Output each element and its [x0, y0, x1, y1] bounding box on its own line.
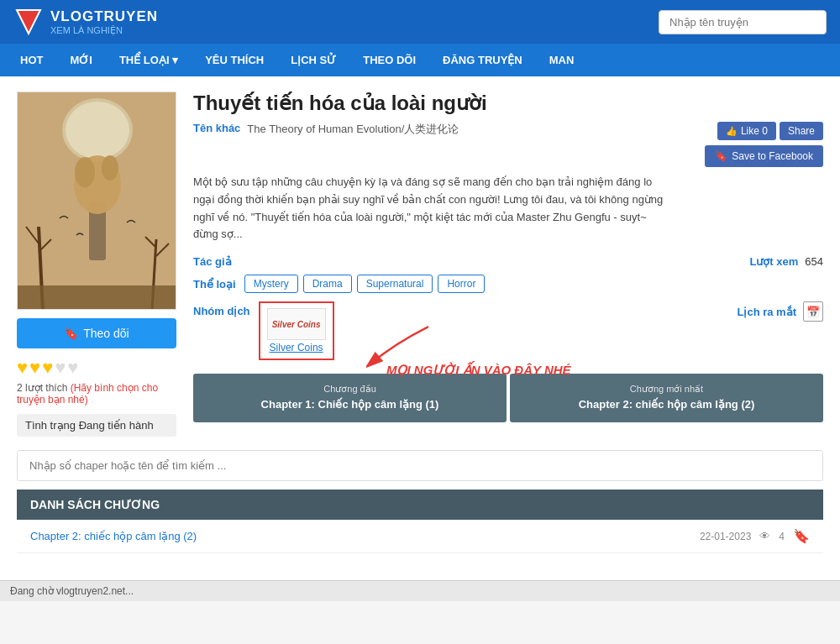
- svg-point-8: [102, 155, 118, 181]
- lich-ra-mat-label: Lịch ra mắt: [737, 306, 796, 318]
- main-content: 🔖 Theo dõi ♥ ♥ ♥ ♥ ♥ 2 lượt thích (Hãy b…: [0, 76, 840, 580]
- book-info: Thuyết tiến hóa của loài người Tên khác …: [193, 92, 823, 437]
- author-views-row: Tác giả Lượt xem 654: [193, 255, 823, 268]
- chapter-buttons: Chương đầu Chapter 1: Chiếc hộp câm lặng…: [193, 374, 823, 422]
- star-4[interactable]: ♥: [55, 357, 66, 379]
- chapter-latest-label: Chương mới nhất: [523, 384, 810, 395]
- fb-like-label: Like 0: [741, 125, 768, 137]
- book-cover: [17, 92, 176, 310]
- star-1[interactable]: ♥: [17, 357, 28, 379]
- views-section: Lượt xem 654: [749, 255, 823, 268]
- alt-name-row: Tên khác The Theory of Human Evolution/人…: [193, 122, 459, 137]
- genre-row: Thể loại MysteryDramaSupernaturalHorror: [193, 275, 823, 293]
- thumbs-up-icon: 👍: [726, 126, 738, 137]
- footer-status: Đang chờ vlogtruyen2.net...: [0, 580, 840, 601]
- star-2[interactable]: ♥: [29, 357, 40, 379]
- nav-item-dangtruyen[interactable]: ĐĂNG TRUYỆN: [429, 44, 536, 76]
- svg-marker-0: [17, 10, 40, 34]
- chapter-search-input[interactable]: [17, 450, 823, 481]
- annotation-text: MỌI NGƯỜI ẤN VÀO ĐÂY NHÉ: [386, 363, 571, 378]
- svg-point-7: [75, 157, 95, 187]
- stars-row: ♥ ♥ ♥ ♥ ♥: [17, 357, 176, 379]
- alt-name-label: Tên khác: [193, 122, 240, 134]
- likes-row: 2 lượt thích (Hãy bình chọn cho truyện b…: [17, 382, 176, 406]
- nav-item-man[interactable]: MAN: [536, 44, 588, 76]
- fb-buttons: 👍 Like 0 Share 🔖 Save to Facebook: [705, 122, 823, 167]
- silver-coins-logo: Silver Coins: [267, 308, 326, 340]
- chapter-list-item: Chapter 2: chiếc hộp câm lặng (2) 22-01-…: [17, 520, 823, 553]
- chapter-list-header: DANH SÁCH CHƯƠNG: [17, 490, 823, 520]
- alt-name-value: The Theory of Human Evolution/人类进化论: [247, 122, 459, 137]
- nav-item-moi[interactable]: MỚI: [56, 44, 105, 76]
- nav-item-hot[interactable]: HOT: [7, 44, 56, 76]
- nhom-dich-label: Nhóm dịch: [193, 301, 250, 317]
- genre-tag[interactable]: Supernatural: [357, 275, 433, 293]
- logo-text-area: VLOGTRUYEN XEM LÀ NGHIỆN: [50, 8, 158, 36]
- calendar-icon: 📅: [803, 301, 823, 322]
- svg-rect-15: [18, 285, 176, 310]
- genre-label: Thể loại: [193, 278, 236, 291]
- search-input[interactable]: [659, 10, 827, 34]
- chapter-list: Chapter 2: chiếc hộp câm lặng (2) 22-01-…: [17, 520, 823, 553]
- logo-subtitle: XEM LÀ NGHIỆN: [50, 25, 158, 36]
- logo-icon: [13, 7, 44, 37]
- alt-name-fb-row: Tên khác The Theory of Human Evolution/人…: [193, 122, 823, 167]
- status-label: Tình trạng: [25, 419, 76, 432]
- bookmark-icon-follow: 🔖: [64, 327, 78, 340]
- chapter-first-title: Chapter 1: Chiếc hộp câm lặng (1): [207, 398, 493, 412]
- silver-coins-name: Silver Coins: [267, 342, 326, 353]
- genre-tag[interactable]: Drama: [303, 275, 352, 293]
- flag-icon: 🔖: [715, 150, 727, 162]
- save-fb-button[interactable]: 🔖 Save to Facebook: [705, 145, 823, 167]
- star-3[interactable]: ♥: [42, 357, 53, 379]
- book-section: 🔖 Theo dõi ♥ ♥ ♥ ♥ ♥ 2 lượt thích (Hãy b…: [17, 92, 823, 437]
- annotation-area: MỌI NGƯỜI ẤN VÀO ĐÂY NHÉ: [344, 318, 571, 378]
- genre-tags: MysteryDramaSupernaturalHorror: [244, 275, 486, 293]
- book-title: Thuyết tiến hóa của loài người: [193, 92, 823, 115]
- book-left-col: 🔖 Theo dõi ♥ ♥ ♥ ♥ ♥ 2 lượt thích (Hãy b…: [17, 92, 176, 437]
- logo-name: VLOGTRUYEN: [50, 8, 158, 25]
- nhom-dich-section: Nhóm dịch Silver Coins Silver Coins: [193, 301, 334, 360]
- follow-btn-label: Theo dõi: [83, 327, 129, 340]
- header: VLOGTRUYEN XEM LÀ NGHIỆN: [0, 0, 840, 44]
- eye-icon: 👁: [759, 530, 770, 542]
- save-fb-label: Save to Facebook: [732, 150, 813, 162]
- nav-item-theodoi[interactable]: THEO DÕI: [349, 44, 429, 76]
- star-5[interactable]: ♥: [67, 357, 78, 379]
- likes-count: 2 lượt thích: [17, 382, 67, 394]
- fb-like-button[interactable]: 👍 Like 0: [717, 122, 776, 140]
- nav-bar: HOT MỚI THỂ LOẠI ▾ YÊU THÍCH LỊCH SỬ THE…: [0, 44, 840, 76]
- chapter-search: [17, 450, 823, 481]
- fb-share-button[interactable]: Share: [780, 122, 823, 140]
- lich-ra-mat-section: Lịch ra mắt 📅: [737, 301, 823, 322]
- chapter-views: 4: [779, 531, 785, 542]
- nav-item-lichsu[interactable]: LỊCH SỬ: [277, 44, 349, 76]
- book-description: Một bộ sưu tập những câu chuyện kỳ lạ và…: [193, 174, 664, 243]
- chapter-first-label: Chương đầu: [207, 384, 493, 395]
- nav-item-yeuthich[interactable]: YÊU THÍCH: [192, 44, 277, 76]
- bookmark-icon[interactable]: 🔖: [793, 528, 810, 544]
- follow-button[interactable]: 🔖 Theo dõi: [17, 318, 176, 348]
- nav-item-theloai[interactable]: THỂ LOẠI ▾: [106, 44, 192, 76]
- views-label: Lượt xem: [749, 255, 798, 268]
- logo-area: VLOGTRUYEN XEM LÀ NGHIỆN: [13, 7, 158, 37]
- status-value: Đang tiến hành: [79, 419, 154, 432]
- chapter-first-btn[interactable]: Chương đầu Chapter 1: Chiếc hộp câm lặng…: [193, 374, 507, 422]
- chapter-item-right: 22-01-2023 👁 4 🔖: [700, 528, 810, 544]
- chapter-item-link[interactable]: Chapter 2: chiếc hộp câm lặng (2): [30, 530, 197, 542]
- chapter-date: 22-01-2023: [700, 531, 751, 542]
- views-count: 654: [805, 255, 823, 268]
- genre-tag[interactable]: Mystery: [244, 275, 298, 293]
- status-row: Tình trạng Đang tiến hành: [17, 414, 176, 437]
- chapter-latest-btn[interactable]: Chương mới nhất Chapter 2: chiếc hộp câm…: [510, 374, 823, 422]
- author-label: Tác giả: [193, 255, 232, 268]
- fb-like-share-row: 👍 Like 0 Share: [717, 122, 823, 140]
- silver-coins-card[interactable]: Silver Coins Silver Coins: [259, 301, 334, 360]
- chapter-latest-title: Chapter 2: chiếc hộp câm lặng (2): [523, 398, 810, 412]
- genre-tag[interactable]: Horror: [438, 275, 485, 293]
- svg-point-4: [66, 102, 129, 159]
- nhom-dich-lich-row: Nhóm dịch Silver Coins Silver Coins: [193, 301, 823, 360]
